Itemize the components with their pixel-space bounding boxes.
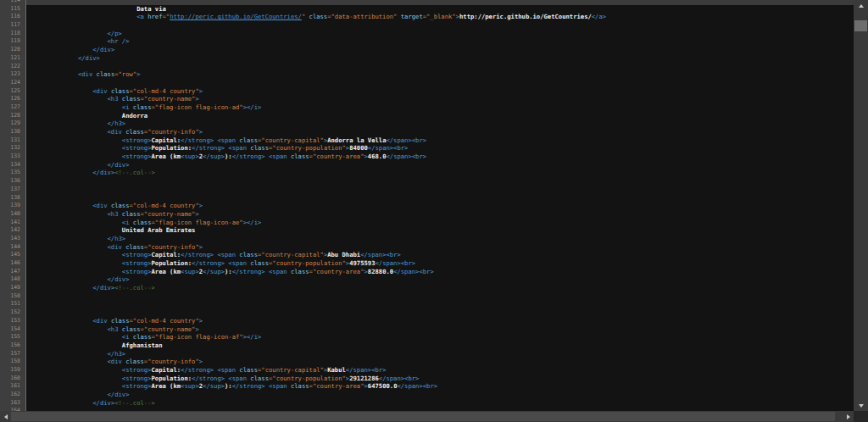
line-number: 150 xyxy=(0,292,20,301)
line-number: 127 xyxy=(0,103,20,112)
line-number: 128 xyxy=(0,112,20,120)
code-line: 118 </p> xyxy=(0,30,854,38)
code-text: <strong>Population:</strong> <span class… xyxy=(34,375,419,383)
code-text: Andorra xyxy=(34,112,147,120)
line-number: 159 xyxy=(0,366,20,375)
line-number: 126 xyxy=(0,95,20,103)
code-line: 115 Data via xyxy=(0,5,854,14)
code-text: United Arab Emirates xyxy=(34,226,195,235)
horizontal-scrollbar[interactable] xyxy=(0,411,854,422)
code-line: 148 </div> xyxy=(0,275,854,284)
code-line: 133 <strong>Area (km<sup>2</sup>):</stro… xyxy=(0,153,854,161)
line-number: 132 xyxy=(0,144,20,153)
scroll-up-button[interactable] xyxy=(854,0,868,11)
code-line: 139 <div class="col-md-4 country"> xyxy=(0,202,854,210)
code-text: Afghanistan xyxy=(34,341,162,350)
code-line: 124 xyxy=(0,79,854,87)
code-line: 158 <div class="country-info"> xyxy=(0,358,854,366)
code-text: </div> xyxy=(34,161,130,169)
code-text: <i class="flag-icon flag-icon-ad"></i> xyxy=(34,103,261,112)
code-line: 162 </div> xyxy=(0,391,854,399)
code-line: 137 xyxy=(0,186,854,194)
line-number: 163 xyxy=(0,399,20,408)
code-text: <strong>Population:</strong> <span class… xyxy=(34,259,415,268)
line-number: 116 xyxy=(0,13,20,21)
code-text: <div class="col-md-4 country"> xyxy=(34,317,203,325)
code-text: </div><!--.col--> xyxy=(34,399,155,408)
line-number: 135 xyxy=(0,169,20,177)
line-number: 131 xyxy=(0,136,20,145)
code-text: <h3 class="country-name"> xyxy=(34,325,199,334)
code-line: 146 <strong>Population:</strong> <span c… xyxy=(0,259,854,268)
code-text: <hr /> xyxy=(34,37,130,46)
code-line: 135 </div><!--.col--> xyxy=(0,169,854,177)
code-text: <div class="country-info"> xyxy=(34,243,203,252)
code-line: 126 <h3 class="country-name"> xyxy=(0,95,854,103)
line-number: 115 xyxy=(0,5,20,14)
code-text: <div class="country-info"> xyxy=(34,358,203,366)
scroll-down-button[interactable] xyxy=(854,400,868,411)
line-number: 146 xyxy=(0,259,20,268)
code-line: 161 <strong>Area (km<sup>2</sup>):</stro… xyxy=(0,382,854,391)
line-number: 123 xyxy=(0,70,20,79)
code-content[interactable]: 114115 Data via116 <a href="http://peric… xyxy=(0,0,854,415)
code-line: 125 <div class="col-md-4 country"> xyxy=(0,87,854,96)
line-number: 149 xyxy=(0,284,20,292)
line-number: 147 xyxy=(0,268,20,276)
line-number: 137 xyxy=(0,186,20,194)
code-text: </div> xyxy=(34,46,114,54)
line-number: 157 xyxy=(0,350,20,358)
code-line: 152 xyxy=(0,308,854,317)
code-text: Data via xyxy=(34,5,166,14)
code-text: </div> xyxy=(34,54,100,63)
line-number: 134 xyxy=(0,161,20,169)
code-text: </h3> xyxy=(34,350,125,358)
code-text: <a href="http://peric.github.io/GetCount… xyxy=(34,13,606,21)
line-number: 138 xyxy=(0,194,20,203)
scroll-left-button[interactable] xyxy=(0,411,11,422)
horizontal-scrollbar-thumb[interactable] xyxy=(11,412,835,421)
code-text: </div> xyxy=(34,391,130,399)
code-editor: 114115 Data via116 <a href="http://peric… xyxy=(0,0,868,422)
line-number: 161 xyxy=(0,382,20,391)
down-arrow-icon xyxy=(859,404,864,408)
line-number: 144 xyxy=(0,243,20,252)
vertical-scrollbar-thumb[interactable] xyxy=(854,20,867,31)
scroll-right-button[interactable] xyxy=(843,411,854,422)
line-number: 155 xyxy=(0,333,20,341)
code-line: 163 </div><!--.col--> xyxy=(0,399,854,408)
code-line: 159 <strong>Capital:</strong> <span clas… xyxy=(0,366,854,375)
line-number: 145 xyxy=(0,251,20,259)
line-number: 141 xyxy=(0,219,20,227)
code-line: 143 </h3> xyxy=(0,235,854,243)
code-line: 130 <div class="country-info"> xyxy=(0,128,854,136)
line-number: 140 xyxy=(0,210,20,219)
code-line: 129 </h3> xyxy=(0,119,854,128)
vertical-scrollbar[interactable] xyxy=(854,0,868,411)
code-line: 141 <i class="flag-icon flag-icon-ae"></… xyxy=(0,219,854,227)
code-line: 140 <h3 class="country-name"> xyxy=(0,210,854,219)
line-number: 125 xyxy=(0,87,20,96)
line-number: 148 xyxy=(0,275,20,284)
code-text: <strong>Area (km<sup>2</sup>):</strong> … xyxy=(34,153,426,161)
code-line: 128 Andorra xyxy=(0,112,854,120)
code-text: <strong>Capital:</strong> <span class="c… xyxy=(34,366,386,375)
code-line: 121 </div> xyxy=(0,54,854,63)
line-number: 139 xyxy=(0,202,20,210)
code-text: <strong>Area (km<sup>2</sup>):</strong> … xyxy=(34,382,437,391)
line-number: 133 xyxy=(0,153,20,161)
code-line: 150 xyxy=(0,292,854,301)
code-text: <div class="row"> xyxy=(34,70,141,79)
code-text: <div class="country-info"> xyxy=(34,128,203,136)
line-number: 156 xyxy=(0,341,20,350)
code-line: 123 <div class="row"> xyxy=(0,70,854,79)
code-line: 122 xyxy=(0,63,854,71)
code-line: 132 <strong>Population:</strong> <span c… xyxy=(0,144,854,153)
code-line: 149 </div><!--.col--> xyxy=(0,284,854,292)
line-number: 130 xyxy=(0,128,20,136)
line-number: 162 xyxy=(0,391,20,399)
line-number: 151 xyxy=(0,300,20,308)
left-arrow-icon xyxy=(4,414,8,419)
code-line: 119 <hr /> xyxy=(0,37,854,46)
code-text: <strong>Capital:</strong> <span class="c… xyxy=(34,251,401,259)
